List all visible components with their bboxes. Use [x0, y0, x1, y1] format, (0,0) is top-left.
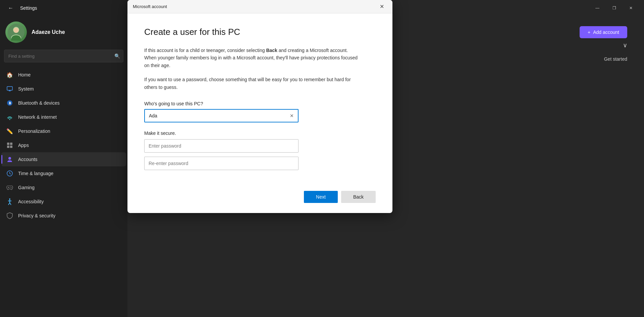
- svg-rect-12: [7, 146, 9, 148]
- back-button-modal[interactable]: Back: [341, 191, 376, 203]
- sidebar-item-network-label: Network & internet: [18, 114, 57, 120]
- username-input[interactable]: [144, 109, 299, 122]
- apps-icon: [6, 142, 13, 149]
- modal-heading: Create a user for this PC: [144, 27, 376, 37]
- sidebar-item-home-label: Home: [18, 72, 31, 77]
- sidebar-item-bluetooth-label: Bluetooth & devices: [18, 100, 60, 106]
- modal-titlebar: Microsoft account ✕: [127, 0, 392, 13]
- svg-line-26: [10, 203, 11, 205]
- home-icon: 🏠: [6, 71, 13, 78]
- sidebar-item-gaming-label: Gaming: [18, 185, 35, 190]
- modal-desc-bold: Back: [266, 48, 277, 53]
- avatar: [5, 21, 27, 43]
- sidebar-item-apps-label: Apps: [18, 143, 29, 148]
- sidebar-item-home[interactable]: 🏠 Home: [1, 68, 126, 82]
- svg-rect-4: [7, 87, 12, 90]
- modal-description-1: If this account is for a child or teenag…: [144, 47, 359, 69]
- sidebar-item-accessibility-label: Accessibility: [18, 199, 44, 204]
- modal-close-button[interactable]: ✕: [376, 1, 387, 12]
- settings-sidebar: ← Settings Adaeze Uche 🔍 🏠 Home: [0, 0, 127, 317]
- sidebar-item-accessibility[interactable]: Accessibility: [1, 195, 126, 209]
- time-icon: [6, 170, 13, 177]
- sidebar-item-gaming[interactable]: Gaming: [1, 180, 126, 195]
- svg-point-14: [8, 157, 11, 160]
- svg-line-25: [8, 203, 10, 205]
- search-bar: 🔍: [4, 50, 123, 62]
- search-icon: 🔍: [114, 53, 120, 59]
- sidebar-item-accounts[interactable]: Accounts: [1, 152, 126, 166]
- user-profile: Adaeze Uche: [0, 16, 127, 50]
- user-name: Adaeze Uche: [32, 29, 65, 35]
- svg-text:ʙ: ʙ: [9, 101, 11, 105]
- sidebar-item-system[interactable]: System: [1, 82, 126, 96]
- modal-footer: Next Back: [127, 184, 392, 213]
- username-clear-button[interactable]: ✕: [288, 112, 296, 120]
- password-input[interactable]: [144, 139, 299, 153]
- sidebar-item-time[interactable]: Time & language: [1, 166, 126, 180]
- secure-label: Make it secure.: [144, 130, 376, 136]
- modal-title: Microsoft account: [133, 4, 167, 9]
- settings-title: Settings: [20, 5, 37, 11]
- sidebar-item-privacy-label: Privacy & security: [18, 213, 55, 218]
- modal-desc-part1: If this account is for a child or teenag…: [144, 48, 266, 53]
- username-input-wrap: ✕: [144, 109, 299, 122]
- sidebar-item-bluetooth[interactable]: ʙ Bluetooth & devices: [1, 96, 126, 110]
- svg-rect-13: [10, 146, 12, 148]
- repassword-input[interactable]: [144, 157, 299, 170]
- svg-point-21: [11, 188, 12, 188]
- gaming-icon: [6, 184, 13, 191]
- search-input[interactable]: [4, 50, 123, 62]
- svg-point-22: [9, 199, 10, 200]
- sidebar-item-network[interactable]: Network & internet: [1, 110, 126, 124]
- username-label: Who's going to use this PC?: [144, 101, 376, 106]
- personalization-icon: ✏️: [6, 127, 13, 135]
- bluetooth-icon: ʙ: [6, 99, 13, 107]
- svg-rect-10: [7, 143, 9, 145]
- accounts-icon: [6, 156, 13, 163]
- privacy-icon: [6, 212, 13, 219]
- settings-titlebar: ← Settings: [0, 0, 127, 16]
- next-button[interactable]: Next: [304, 191, 338, 203]
- sidebar-item-accounts-label: Accounts: [18, 157, 38, 162]
- svg-point-20: [10, 187, 11, 188]
- svg-line-17: [10, 173, 11, 174]
- accessibility-icon: [6, 198, 13, 205]
- svg-rect-11: [10, 143, 12, 145]
- modal-description-2: If you want to use a password, choose so…: [144, 76, 359, 91]
- create-user-modal: Microsoft account ✕ Create a user for th…: [127, 0, 392, 213]
- svg-point-3: [13, 28, 19, 33]
- sidebar-item-personalization[interactable]: ✏️ Personalization: [1, 124, 126, 138]
- network-icon: [6, 113, 13, 121]
- sidebar-item-apps[interactable]: Apps: [1, 138, 126, 152]
- sidebar-item-time-label: Time & language: [18, 171, 53, 176]
- sidebar-item-privacy[interactable]: Privacy & security: [1, 209, 126, 223]
- sidebar-item-system-label: System: [18, 86, 34, 92]
- back-button[interactable]: ←: [5, 3, 16, 13]
- modal-overlay: Microsoft account ✕ Create a user for th…: [127, 0, 644, 317]
- sidebar-item-personalization-label: Personalization: [18, 128, 50, 134]
- system-icon: [6, 85, 13, 93]
- nav-list: 🏠 Home System ʙ Bluetooth & devic: [0, 68, 127, 317]
- modal-body: Create a user for this PC If this accoun…: [127, 13, 392, 184]
- svg-point-9: [9, 119, 10, 120]
